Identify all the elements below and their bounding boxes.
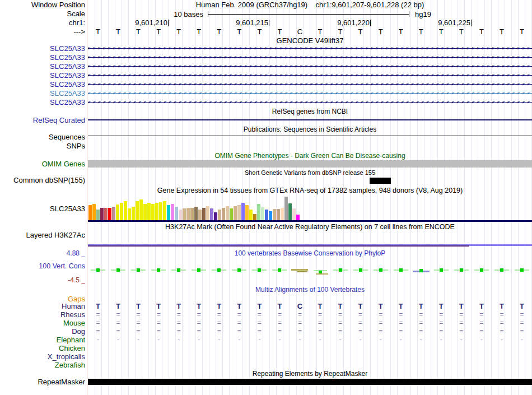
gtex-bar[interactable] (237, 205, 241, 220)
repeatmasker-bar[interactable] (88, 379, 532, 385)
gtex-bar[interactable] (194, 207, 198, 220)
gtex-bar[interactable] (230, 208, 233, 220)
gtex-bar[interactable] (116, 205, 119, 220)
gene-transcript-row[interactable]: >>>>>>>>>>>>>>>>>>>>>>>>>>>>>>>>>>>>>>>>… (88, 54, 532, 61)
gtex-bar[interactable] (88, 205, 92, 220)
gtex-bar[interactable] (100, 208, 104, 220)
gene-label[interactable]: SLC25A33 (0, 99, 85, 106)
gtex-bar[interactable] (171, 204, 174, 220)
gtex-bar[interactable] (202, 208, 206, 220)
gtex-bar[interactable] (128, 208, 131, 220)
alignment-cell: = (209, 311, 229, 318)
species-label-mouse[interactable]: Mouse (0, 319, 85, 327)
gtex-bar[interactable] (210, 208, 213, 220)
gene-label[interactable]: SLC25A33 (0, 63, 85, 70)
gene-transcript-row[interactable]: >>>>>>>>>>>>>>>>>>>>>>>>>>>>>>>>>>>>>>>>… (88, 63, 532, 70)
gtex-bar[interactable] (234, 206, 237, 220)
gtex-bar[interactable] (288, 203, 292, 220)
gtex-bar[interactable] (198, 210, 202, 220)
gtex-bar[interactable] (296, 215, 300, 220)
gene-transcript-row[interactable]: >>>>>>>>>>>>>>>>>>>>>>>>>>>>>>>>>>>>>>>>… (88, 90, 532, 97)
gtex-bar[interactable] (265, 210, 268, 220)
gtex-bar[interactable] (104, 208, 108, 220)
gtex-bar[interactable] (183, 208, 186, 220)
gtex-bar[interactable] (108, 208, 111, 220)
refseq-gene-line[interactable] (88, 119, 532, 120)
species-label-dog[interactable]: Dog (0, 328, 85, 335)
gtex-bar[interactable] (257, 204, 260, 220)
gtex-bar[interactable] (284, 197, 288, 220)
gtex-bar[interactable] (249, 210, 253, 220)
gtex-bar[interactable] (155, 203, 158, 220)
sequences-line[interactable] (88, 136, 532, 136)
gtex-bar[interactable] (281, 208, 284, 220)
gtex-gene-label[interactable]: SLC25A33 (0, 205, 85, 212)
species-label-rhesus[interactable]: Rhesus (0, 311, 85, 318)
ruler-tick-mark (168, 20, 169, 26)
layered-h3k27ac-label[interactable]: Layered H3K27Ac (0, 231, 85, 239)
gtex-bar[interactable] (273, 209, 276, 220)
gene-label[interactable]: SLC25A33 (0, 72, 85, 79)
gtex-bar[interactable] (147, 203, 151, 220)
gtex-bar[interactable] (292, 208, 296, 220)
gtex-bar[interactable] (136, 201, 139, 220)
gene-label[interactable]: SLC25A33 (0, 54, 85, 61)
gene-transcript-row[interactable]: >>>>>>>>>>>>>>>>>>>>>>>>>>>>>>>>>>>>>>>>… (88, 99, 532, 106)
gtex-bar[interactable] (132, 207, 135, 220)
sequences-label[interactable]: Sequences (0, 133, 85, 141)
gtex-bar[interactable] (269, 211, 272, 220)
gtex-bar[interactable] (163, 201, 166, 220)
gtex-bar[interactable] (206, 206, 209, 220)
gtex-bar[interactable] (151, 204, 155, 220)
gene-label[interactable]: SLC25A33 (0, 81, 85, 88)
refseq-track-title: RefSeq genes from NCBI (88, 108, 532, 115)
repeatmasker-label[interactable]: RepeatMasker (0, 378, 85, 385)
dbsnp-variant-box[interactable] (370, 178, 391, 184)
omim-gene-bar[interactable] (88, 160, 532, 168)
h3k27ac-signal-dark[interactable] (88, 245, 469, 247)
gtex-bar[interactable] (143, 204, 147, 220)
alignment-cell: T (351, 303, 371, 310)
gtex-bar[interactable] (96, 210, 100, 220)
gtex-bar[interactable] (190, 208, 194, 220)
gtex-bar[interactable] (253, 214, 256, 220)
gtex-bar[interactable] (139, 199, 143, 220)
species-label-chicken[interactable]: Chicken (0, 345, 85, 352)
gtex-bar[interactable] (159, 202, 162, 220)
species-label-x_tropicalis[interactable]: X_tropicalis (0, 353, 85, 360)
gtex-bar[interactable] (222, 208, 225, 220)
phylop-point (460, 268, 463, 272)
gtex-bar[interactable] (120, 203, 123, 220)
gtex-bar[interactable] (226, 206, 229, 220)
omim-genes-label[interactable]: OMIM Genes (0, 160, 85, 168)
species-label-human[interactable]: Human (0, 303, 85, 310)
gene-label[interactable]: SLC25A33 (0, 90, 85, 97)
phylop-dash-olive (291, 269, 308, 271)
gene-transcript-row[interactable]: >>>>>>>>>>>>>>>>>>>>>>>>>>>>>>>>>>>>>>>>… (88, 81, 532, 88)
common-dbsnp-label[interactable]: Common dbSNP(155) (0, 176, 85, 184)
species-label-elephant[interactable]: Elephant (0, 336, 85, 343)
gtex-bar[interactable] (186, 208, 190, 220)
alignment-cell: T (148, 303, 169, 310)
gtex-bar[interactable] (261, 207, 264, 220)
gtex-bar[interactable] (175, 207, 178, 220)
gtex-bar[interactable] (277, 209, 280, 220)
gene-transcript-row[interactable]: >>>>>>>>>>>>>>>>>>>>>>>>>>>>>>>>>>>>>>>>… (88, 72, 532, 79)
alignment-cell: = (492, 328, 512, 335)
gtex-bar[interactable] (124, 201, 127, 220)
species-label-zebrafish[interactable]: Zebrafish (0, 361, 85, 369)
gtex-bar[interactable] (167, 205, 170, 220)
refseq-curated-label[interactable]: RefSeq Curated (0, 117, 85, 124)
gtex-bar[interactable] (241, 203, 245, 220)
gtex-bar[interactable] (112, 207, 115, 220)
alignment-cell: = (351, 328, 371, 335)
phylop-track-label[interactable]: 100 Vert. Cons (0, 263, 85, 270)
gtex-bar[interactable] (179, 210, 182, 220)
gtex-bar[interactable] (92, 204, 96, 220)
gtex-bar[interactable] (214, 212, 217, 220)
snps-label[interactable]: SNPs (0, 142, 85, 150)
gtex-bar[interactable] (218, 210, 221, 220)
gene-transcript-row[interactable]: >>>>>>>>>>>>>>>>>>>>>>>>>>>>>>>>>>>>>>>>… (88, 45, 532, 52)
gene-label[interactable]: SLC25A33 (0, 45, 85, 52)
gtex-bar[interactable] (245, 205, 249, 220)
